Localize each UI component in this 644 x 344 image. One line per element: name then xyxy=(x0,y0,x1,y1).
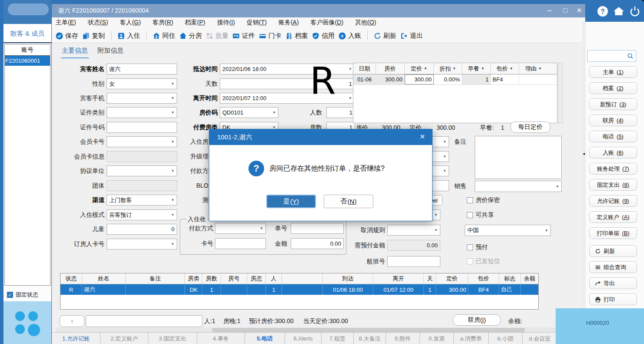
persons-input[interactable]: 1 xyxy=(326,107,355,118)
country-select[interactable]: 中国 xyxy=(465,225,551,236)
dialog-yes-button[interactable]: 是Y xyxy=(266,195,316,208)
dialog-no-button[interactable]: 否N xyxy=(324,195,373,208)
pay-method-select[interactable] xyxy=(215,223,266,234)
cohabit-button[interactable]: 同住 xyxy=(153,32,175,40)
power-button[interactable] xyxy=(629,6,641,17)
link-room-button[interactable]: 联房I xyxy=(453,314,501,326)
side-action-combo-query[interactable]: 组合查询 xyxy=(589,261,637,273)
bottom-tab-big-note[interactable]: 8.大备注 xyxy=(354,333,386,344)
member-card-select[interactable] xyxy=(107,136,177,147)
side-button-new-booking[interactable]: 新预订3 xyxy=(589,98,637,110)
bottom-tab-lease[interactable]: 7.租赁 xyxy=(322,333,354,344)
side-button-define-account[interactable]: 定义账户A xyxy=(589,211,637,223)
children-input[interactable]: 0 xyxy=(107,224,177,235)
tab-main-info[interactable]: 主要信息 xyxy=(61,47,89,58)
bottom-tab-phone[interactable]: 5.电话 xyxy=(245,333,285,344)
rate-col-date[interactable]: 日期 xyxy=(353,63,376,74)
rate-col-price[interactable]: 定价 xyxy=(405,63,434,74)
guest-name-input[interactable]: 谢六 xyxy=(107,64,177,74)
bottom-tab-fixed-charge[interactable]: 3.固定支出 xyxy=(148,333,197,344)
bottom-tab-attachment[interactable]: 9.附件 xyxy=(386,333,420,344)
side-button-allow-billing[interactable]: 允许记账9 xyxy=(589,195,637,207)
archive-button[interactable]: 档案 xyxy=(285,32,308,40)
sharable-checkbox[interactable]: 可共享 xyxy=(467,211,494,219)
share-row-selected[interactable]: R 谢六 DK 1 1 01/06 18:00 01/07 12:00 1 30… xyxy=(60,284,538,295)
id-number-input[interactable] xyxy=(107,122,177,133)
side-action-refresh[interactable]: 刷新 xyxy=(589,245,637,257)
menu-item-room[interactable]: 客房R xyxy=(153,19,173,27)
dialog-titlebar[interactable]: 1001-2,谢六 ✕ xyxy=(209,129,432,145)
id-document-button[interactable]: 证件 xyxy=(232,32,255,40)
fixed-status-checkbox[interactable]: 固定状态 xyxy=(7,291,38,298)
card-no-input[interactable] xyxy=(215,238,266,249)
right-search-input[interactable] xyxy=(587,50,636,62)
minimize-button[interactable]: – xyxy=(543,5,556,16)
bottom-tab-meeting-room[interactable]: d.会议室 xyxy=(523,333,557,344)
door-card-button[interactable]: 门卡 xyxy=(259,32,282,40)
rate-row[interactable]: 01-06 300.00 300.00 0.00% 1 BF4 xyxy=(353,74,557,85)
credit-button[interactable]: 信用 xyxy=(312,32,335,40)
bottom-tab-invoice[interactable]: 0.发票 xyxy=(420,333,454,344)
remark-textarea[interactable] xyxy=(475,136,562,179)
prepaid-checkbox[interactable]: 预付 xyxy=(467,243,488,251)
checkin-mode-select[interactable]: 宾客预订 xyxy=(107,209,177,220)
side-button-phone[interactable]: 电话5 xyxy=(589,131,637,142)
amount-input[interactable]: 0.00 xyxy=(291,238,344,249)
side-button-fixed-charge[interactable]: 固定支出8 xyxy=(589,179,637,191)
rate-code-select[interactable]: QD0101 xyxy=(220,107,278,118)
bottom-tab-define-account[interactable]: 2.定义账户 xyxy=(101,333,148,344)
bottom-tab-small-group[interactable]: b.小团 xyxy=(489,333,523,344)
scroll-up-button[interactable]: ↑ xyxy=(60,315,84,327)
menu-item-status[interactable]: 状态S xyxy=(88,19,108,27)
side-button-profile[interactable]: 档案2 xyxy=(589,82,637,94)
menu-item-promotion[interactable]: 促销T xyxy=(247,19,267,27)
menu-item-customer-portrait[interactable]: 客户画像D xyxy=(311,19,343,27)
menu-item-master[interactable]: 主单E xyxy=(56,19,76,27)
copy-button[interactable]: 复制 xyxy=(82,32,105,40)
agreement-unit-select[interactable] xyxy=(107,165,177,176)
refresh-button[interactable]: 刷新 xyxy=(374,32,396,40)
rate-col-package[interactable]: 包价 xyxy=(491,63,519,74)
gender-select[interactable]: 女 xyxy=(107,78,177,89)
guest-member-tab[interactable]: 散客 & 成员 xyxy=(3,25,51,43)
flight-no-input[interactable] xyxy=(387,256,440,267)
rate-col-rate[interactable]: 房价 xyxy=(376,63,405,74)
sales-select[interactable] xyxy=(475,181,562,192)
menu-item-reception[interactable]: 接待I xyxy=(217,19,235,27)
tab-extra-info[interactable]: 附加信息 xyxy=(97,47,124,57)
checkin-button[interactable]: 入住 xyxy=(117,32,140,40)
rate-col-breakfast[interactable]: 早餐 xyxy=(462,63,491,74)
split-room-button[interactable]: 分房 xyxy=(179,32,202,40)
menu-item-guest[interactable]: 客人G xyxy=(120,19,141,27)
guest-phone-select[interactable] xyxy=(107,93,177,104)
rate-table-scrollbar[interactable] xyxy=(558,63,563,123)
collapse-left-icon[interactable]: ◄ xyxy=(582,151,586,157)
bottom-tab-alerts[interactable]: 6.Alerts xyxy=(285,333,322,344)
side-button-deposit[interactable]: 入账6 xyxy=(589,147,637,159)
menu-item-profile[interactable]: 档案P xyxy=(185,19,205,27)
account-col-header[interactable]: 账号 xyxy=(5,44,50,56)
maximize-button[interactable]: □ xyxy=(559,5,572,16)
status-input[interactable] xyxy=(86,315,202,327)
side-button-print-doc[interactable]: 打印单据B xyxy=(589,227,637,239)
rate-col-discount[interactable]: 折扣 xyxy=(434,63,462,74)
booker-card-select[interactable] xyxy=(107,239,177,250)
side-action-export[interactable]: 导出 xyxy=(589,277,637,289)
save-button[interactable]: 保存 xyxy=(56,32,78,40)
rate-col-reason[interactable]: 理由 xyxy=(519,63,548,74)
deposit-button[interactable]: ¥入账 xyxy=(339,32,361,40)
help-button[interactable]: ? xyxy=(597,6,608,17)
side-button-link-room[interactable]: 联房4 xyxy=(589,115,637,126)
account-row[interactable]: F2201060001 xyxy=(5,56,50,66)
close-button[interactable]: ✕ xyxy=(573,5,586,16)
menu-item-finance[interactable]: 账务A xyxy=(278,19,299,27)
bottom-tab-allow-billing[interactable]: 1.允许记账 xyxy=(52,333,101,344)
menu-item-other[interactable]: 其他O xyxy=(355,19,376,27)
bottom-tab-transactions[interactable]: 4.事务 xyxy=(197,333,245,344)
side-action-print[interactable]: 打印 xyxy=(589,293,637,305)
bottom-tab-coupon[interactable]: a.消费券 xyxy=(454,333,489,344)
side-button-master[interactable]: 主单1 xyxy=(589,66,637,78)
bill-no-input[interactable] xyxy=(291,223,344,234)
home-button[interactable] xyxy=(613,6,625,17)
cancel-rule-select[interactable] xyxy=(387,225,440,236)
